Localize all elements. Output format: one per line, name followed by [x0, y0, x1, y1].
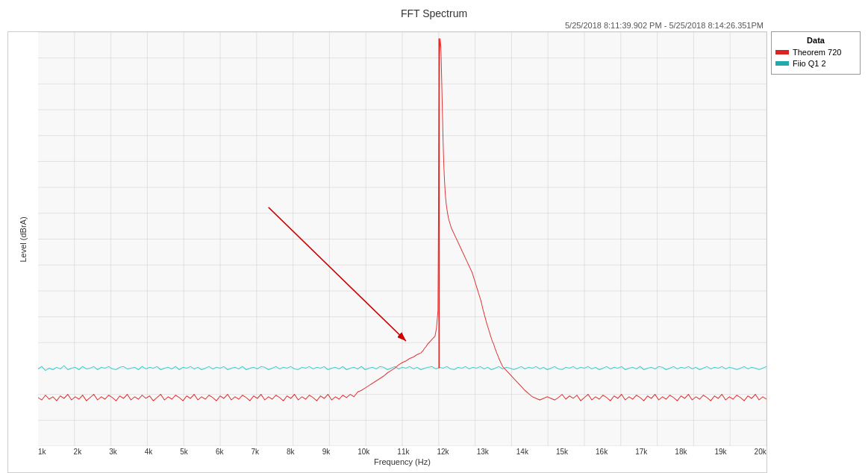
legend-swatch-theorem	[775, 48, 789, 57]
chart-svg: 0 -10 -20 -30 -40 -50 -60 -70 -80 -90 -1…	[38, 32, 766, 446]
legend-swatch-fiio	[775, 59, 789, 68]
main-container: FFT Spectrum 5/25/2018 8:11:39.902 PM - …	[0, 0, 868, 473]
chart-and-legend: Level (dBrA) AP Jitter and Noise Measure…	[7, 31, 861, 473]
legend-item-fiio: Fiio Q1 2	[775, 59, 856, 68]
chart-title: FFT Spectrum	[7, 7, 861, 19]
legend-label-theorem: Theorem 720	[793, 48, 841, 57]
chart-area: Level (dBrA) AP Jitter and Noise Measure…	[7, 31, 767, 473]
timestamp: 5/25/2018 8:11:39.902 PM - 5/25/2018 8:1…	[7, 21, 861, 30]
legend-title: Data	[775, 36, 856, 45]
legend-item-theorem: Theorem 720	[775, 48, 856, 57]
y-axis-label: Level (dBrA)	[8, 32, 38, 446]
plot-area: AP Jitter and Noise Measuremnt (24/48 kH…	[38, 32, 766, 446]
chart-inner: Level (dBrA) AP Jitter and Noise Measure…	[8, 32, 766, 446]
svg-rect-60	[775, 61, 789, 66]
svg-rect-59	[775, 50, 789, 54]
x-axis-label: Frequency (Hz)	[38, 457, 766, 466]
legend-box: Data Theorem 720 Fiio Q1 2	[771, 31, 861, 75]
x-axis-area: 1k 2k 3k 4k 5k 6k 7k 8k 9k 10k 11k 12k 1…	[8, 446, 766, 472]
legend-label-fiio: Fiio Q1 2	[793, 59, 826, 68]
x-ticks: 1k 2k 3k 4k 5k 6k 7k 8k 9k 10k 11k 12k 1…	[38, 446, 766, 457]
